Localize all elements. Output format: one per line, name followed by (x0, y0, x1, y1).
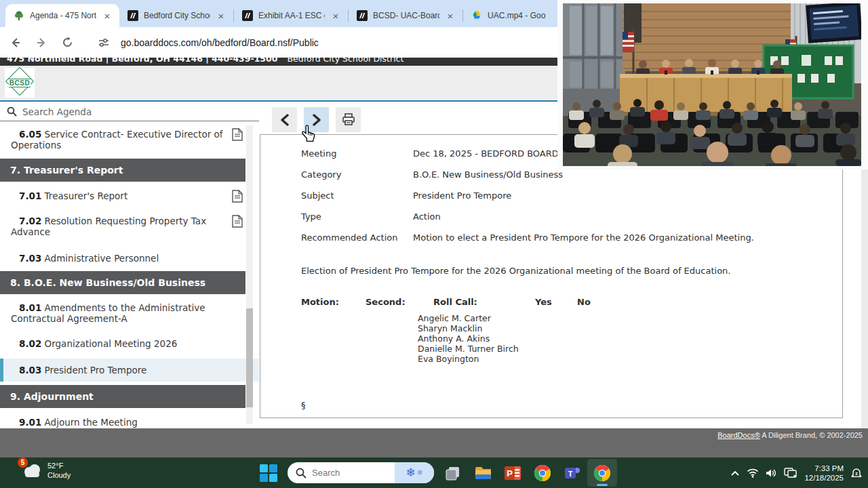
chrome-active-button[interactable] (587, 459, 617, 487)
sidebar-item-7-03[interactable]: 7.03 Administrative Personnel (0, 253, 259, 264)
tab-exhibit[interactable]: Exhibit AA-1 ESC of × (234, 4, 348, 27)
bcsd-logo[interactable]: BCSD (5, 68, 35, 98)
tab-bedford-city-school[interactable]: Bedford City Schoo × (119, 4, 233, 27)
tree-favicon-icon (14, 10, 24, 21)
close-icon[interactable]: × (330, 10, 341, 22)
taskbar-search-box[interactable]: ❄❄ (288, 462, 434, 483)
task-view-icon (444, 464, 462, 482)
agenda-item-detail-panel: MeetingDec 18, 2025 - BEDFORD BOARD C Ca… (260, 134, 843, 418)
tab-title: Bedford City Schoo (144, 11, 210, 20)
sidebar-item-7-01[interactable]: 7.01 Treasurer's Report (0, 190, 259, 201)
field-row-subject: SubjectPresident Pro Tempore (301, 189, 829, 202)
clock-time: 7:33 PM (804, 464, 844, 473)
close-icon[interactable]: × (102, 10, 113, 22)
agenda-search-row (0, 102, 259, 121)
search-icon (296, 468, 307, 479)
boarddocs-brand-link[interactable]: BoardDocs® (717, 431, 760, 439)
printer-icon (342, 113, 355, 126)
forward-icon[interactable] (31, 33, 52, 53)
roll-call-name: Anthony A. Akins (418, 333, 829, 344)
file-explorer-button[interactable] (468, 459, 498, 487)
item-body-text: Election of President Pro Tempore for th… (301, 265, 829, 277)
start-button-icon[interactable] (260, 464, 277, 482)
document-icon[interactable] (232, 190, 243, 203)
tab-agenda[interactable]: Agenda - 475 North × (5, 4, 119, 27)
tv-screen (806, 3, 861, 43)
windows-taskbar: 5 52°F Cloudy ❄❄ P T 7:33 (0, 458, 868, 488)
field-row-type: TypeAction (301, 210, 829, 223)
tab-bcsd-uac[interactable]: BCSD- UAC-Board × (349, 4, 462, 27)
field-row-category: CategoryB.O.E. New Business/Old Business (301, 168, 829, 181)
reload-icon[interactable] (57, 33, 77, 53)
chrome-icon (593, 464, 611, 482)
svg-text:T: T (568, 469, 573, 477)
taskbar-search-input[interactable] (312, 468, 383, 478)
screen: Agenda - 475 North × Bedford City Schoo … (0, 0, 868, 488)
boarddocs-favicon-icon (242, 10, 253, 21)
teams-icon: T (564, 464, 581, 482)
close-icon[interactable]: × (445, 10, 456, 22)
roll-call-name: Sharyn Macklin (418, 323, 829, 333)
tab-title: Exhibit AA-1 ESC of (258, 11, 325, 20)
svg-text:z: z (855, 470, 858, 475)
roll-call-name: Eva Boyington (418, 354, 829, 364)
sidebar-section-7[interactable]: 7. Treasurer's Report (0, 159, 245, 182)
svg-text:P: P (507, 468, 513, 479)
chrome-button[interactable] (528, 459, 557, 487)
url-bar[interactable]: go.boarddocs.com/oh/bedford/Board.nsf/Pu… (121, 37, 319, 48)
sidebar-item-9-01[interactable]: 9.01 Adjourn the Meeting (0, 417, 259, 428)
search-seasonal-graphic: ❄❄ (395, 462, 434, 483)
site-info-icon[interactable] (94, 33, 114, 53)
section-symbol: § (301, 400, 829, 410)
search-icon (7, 106, 17, 117)
sidebar-item-8-03-selected[interactable]: 8.03 President Pro Tempore (0, 359, 259, 382)
roll-call-names: Angelic M. Carter Sharyn Macklin Anthony… (418, 313, 829, 364)
notification-bell-icon[interactable]: z (850, 467, 863, 479)
sidebar-section-9[interactable]: 9. Adjournment (0, 385, 245, 408)
sidebar-section-8[interactable]: 8. B.O.E. New Business/Old Business (0, 271, 245, 294)
print-button[interactable] (336, 107, 361, 132)
chevron-left-icon (279, 114, 290, 126)
document-icon[interactable] (232, 215, 243, 228)
sidebar-scrollbar-thumb[interactable] (246, 308, 253, 407)
agenda-sidebar: 6.05 Service Contract- Executive Directo… (0, 102, 259, 428)
meeting-video-overlay[interactable] (557, 0, 868, 169)
tray-photos-icon[interactable] (784, 468, 797, 479)
wifi-icon[interactable] (747, 468, 759, 478)
taskbar-clock[interactable]: 7:33 PM 12/18/2025 (804, 464, 844, 483)
previous-item-button[interactable] (272, 107, 297, 132)
bcsd-logo-text: BCSD (9, 79, 31, 87)
sidebar-item-8-01[interactable]: 8.01 Amendments to the Administrative Co… (0, 302, 259, 324)
powerpoint-icon: P (504, 464, 521, 482)
meeting-room-video[interactable] (563, 3, 861, 166)
roll-call-name: Angelic M. Carter (418, 313, 829, 323)
site-district: Bedford City School District (287, 58, 403, 64)
snowflake-icon: ❄ (417, 468, 423, 477)
sidebar-item-7-02[interactable]: 7.02 Resolution Requesting Property Tax … (0, 216, 259, 237)
sidebar-item-8-02[interactable]: 8.02 Organizational Meeting 2026 (0, 338, 259, 349)
task-view-button[interactable] (438, 459, 468, 487)
close-icon[interactable]: × (216, 10, 226, 22)
boarddocs-footer: BoardDocs® A Diligent Brand, © 2002-2025 (0, 428, 868, 458)
field-row-recommended-action: Recommended ActionMotion to elect a Pres… (301, 231, 829, 244)
powerpoint-button[interactable]: P (498, 459, 528, 487)
tray-expand-chevron-icon[interactable] (730, 470, 740, 476)
brand-copyright: A Diligent Brand, © 2002-2025 (760, 431, 863, 439)
mouse-cursor-hand-icon (300, 124, 318, 143)
chrome-icon (534, 464, 551, 482)
search-agenda-input[interactable] (22, 106, 212, 117)
sidebar-item-6-05[interactable]: 6.05 Service Contract- Executive Directo… (0, 129, 259, 150)
taskbar-weather-widget[interactable]: 5 52°F Cloudy (20, 460, 71, 481)
folder-icon (474, 464, 492, 482)
google-drive-favicon-icon (471, 10, 482, 21)
sidebar-scrollbar[interactable] (246, 125, 253, 424)
teams-button[interactable]: T (557, 459, 587, 487)
volume-icon[interactable] (766, 468, 777, 478)
back-icon[interactable] (5, 33, 26, 53)
tab-title: BCSD- UAC-Board (373, 11, 439, 20)
clock-date: 12/18/2025 (804, 473, 844, 483)
tab-title: Agenda - 475 North (30, 11, 96, 20)
agenda-items-list: 6.05 Service Contract- Executive Directo… (0, 121, 259, 428)
us-flag (623, 32, 634, 52)
document-icon[interactable] (232, 128, 243, 141)
